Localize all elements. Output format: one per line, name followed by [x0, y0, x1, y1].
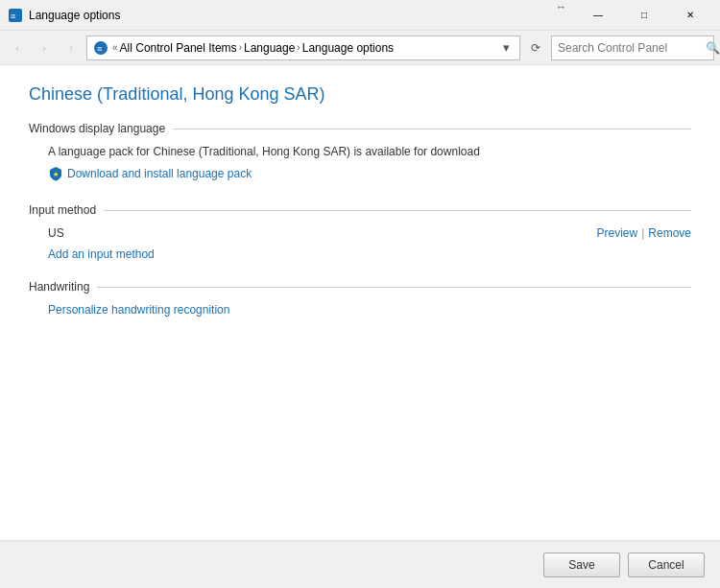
up-button[interactable]: ↑ — [60, 36, 83, 59]
shield-icon: ★ — [48, 166, 63, 181]
section-input-method: Input method US Preview | Remove Add an … — [29, 203, 691, 261]
input-method-row: US Preview | Remove — [48, 226, 691, 240]
window-controls: ↔ — □ ✕ — [556, 1, 712, 30]
personalize-handwriting-link[interactable]: Personalize handwriting recognition — [48, 303, 229, 317]
section-divider-handwriting — [97, 287, 691, 288]
breadcrumb-sep-2: › — [297, 42, 300, 53]
download-link-text: Download and install language pack — [67, 167, 252, 180]
page-title: Chinese (Traditional, Hong Kong SAR) — [29, 84, 691, 105]
breadcrumb-language[interactable]: Language — [244, 41, 295, 55]
cancel-button[interactable]: Cancel — [628, 553, 705, 577]
resize-icon: ↔ — [556, 1, 566, 30]
search-icon: 🔍 — [706, 41, 720, 55]
search-input[interactable] — [558, 41, 702, 55]
window-icon: ≡ — [8, 8, 23, 23]
action-separator: | — [641, 226, 644, 240]
forward-button[interactable]: › — [33, 36, 56, 59]
input-method-name: US — [48, 226, 64, 240]
svg-text:★: ★ — [53, 171, 59, 177]
section-header-input-method: Input method — [29, 203, 691, 217]
input-method-actions: Preview | Remove — [597, 226, 692, 240]
section-label-display-language: Windows display language — [29, 122, 165, 135]
back-button[interactable]: ‹ — [6, 36, 29, 59]
maximize-button[interactable]: □ — [622, 1, 666, 30]
section-label-input-method: Input method — [29, 203, 96, 217]
breadcrumb-all-control-panel[interactable]: All Control Panel Items — [120, 41, 237, 55]
add-input-method-text: Add an input method — [48, 247, 155, 261]
section-header-display-language: Windows display language — [29, 122, 691, 135]
section-content-display-language: A language pack for Chinese (Traditional… — [29, 145, 691, 184]
breadcrumb-sep-1: › — [239, 42, 242, 53]
section-content-handwriting: Personalize handwriting recognition — [29, 303, 691, 317]
remove-link[interactable]: Remove — [648, 226, 691, 240]
address-bar: ‹ › ↑ ≡ « All Control Panel Items › Lang… — [0, 31, 720, 65]
refresh-button[interactable]: ⟳ — [524, 35, 547, 60]
section-content-input-method: US Preview | Remove Add an input method — [29, 226, 691, 261]
display-language-info: A language pack for Chinese (Traditional… — [48, 145, 691, 158]
svg-text:≡: ≡ — [11, 12, 15, 21]
section-header-handwriting: Handwriting — [29, 280, 691, 294]
breadcrumb-double-arrow: « — [112, 42, 118, 53]
address-dropdown-button[interactable]: ▾ — [498, 36, 514, 59]
section-divider-input-method — [104, 210, 691, 211]
add-input-method-link[interactable]: Add an input method — [48, 247, 155, 261]
preview-link[interactable]: Preview — [597, 226, 638, 240]
control-panel-icon: ≡ — [93, 40, 108, 56]
search-box[interactable]: 🔍 — [551, 35, 714, 60]
minimize-button[interactable]: — — [576, 1, 620, 30]
section-handwriting: Handwriting Personalize handwriting reco… — [29, 280, 691, 317]
breadcrumb: « All Control Panel Items › Language › L… — [112, 41, 494, 55]
title-bar: ≡ Language options ↔ — □ ✕ — [0, 0, 720, 31]
window-title: Language options — [29, 9, 556, 22]
content-area: Chinese (Traditional, Hong Kong SAR) Win… — [0, 65, 720, 540]
section-divider-display-language — [173, 129, 691, 129]
breadcrumb-current: Language options — [302, 41, 394, 55]
save-button[interactable]: Save — [543, 553, 620, 577]
address-field[interactable]: ≡ « All Control Panel Items › Language ›… — [86, 35, 520, 60]
footer: Save Cancel — [0, 540, 720, 588]
personalize-handwriting-text: Personalize handwriting recognition — [48, 303, 229, 317]
close-button[interactable]: ✕ — [668, 1, 712, 30]
section-display-language: Windows display language A language pack… — [29, 122, 691, 184]
svg-text:≡: ≡ — [97, 44, 102, 54]
section-label-handwriting: Handwriting — [29, 280, 89, 294]
download-language-pack-link[interactable]: ★ Download and install language pack — [48, 166, 252, 181]
